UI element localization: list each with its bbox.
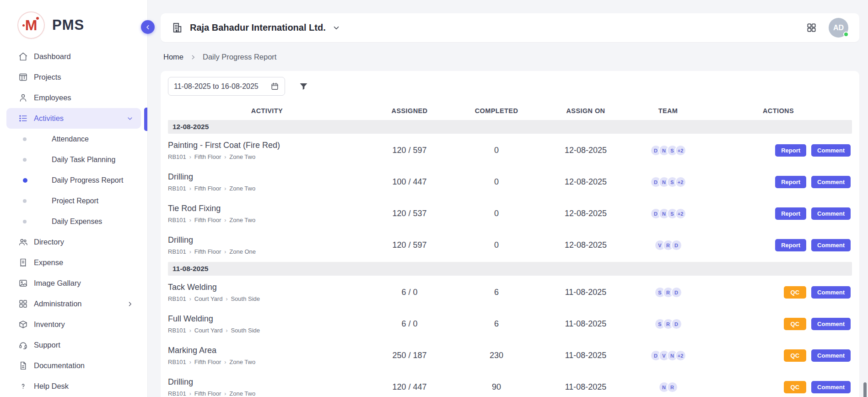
comment-button[interactable]: Comment — [811, 349, 851, 362]
activity-location-path: RB101›Fifth Floor›Zone Two — [168, 217, 361, 223]
activity-cell: Painting - First Coat (Fire Red) RB101›F… — [168, 141, 366, 160]
path-separator-icon: › — [226, 296, 227, 302]
sidebar-item-help-desk[interactable]: Help Desk — [6, 376, 141, 397]
activity-name: Painting - First Coat (Fire Red) — [168, 141, 361, 150]
path-segment: RB101 — [168, 248, 186, 255]
sidebar-item-documentation[interactable]: Documentation — [6, 355, 141, 376]
apps-grid-button[interactable] — [806, 22, 817, 33]
path-separator-icon: › — [226, 327, 227, 334]
completed-value: 0 — [453, 209, 540, 218]
breadcrumb-home[interactable]: Home — [163, 53, 183, 61]
sidebar-item-daily-expenses[interactable]: Daily Expenses — [0, 211, 147, 232]
comment-button[interactable]: Comment — [811, 381, 851, 393]
comment-button[interactable]: Comment — [811, 318, 851, 330]
sidebar-item-administration[interactable]: Administration — [6, 294, 141, 314]
assigned-value: 120 / 597 — [366, 240, 453, 250]
qc-button[interactable]: QC — [784, 286, 807, 299]
row-actions: QCComment — [705, 381, 852, 393]
sidebar-collapse-button[interactable] — [141, 20, 155, 34]
completed-value: 6 — [453, 319, 540, 329]
activity-cell: Full Welding RB101›Court Yard›South Side — [168, 314, 366, 334]
logo-letter: M — [25, 18, 38, 33]
assign-on-date: 12-08-2025 — [540, 209, 631, 218]
team-avatars: DNS+2 — [631, 145, 705, 156]
table-row: Tack Welding RB101›Court Yard›South Side… — [168, 277, 852, 308]
qc-button[interactable]: QC — [784, 349, 807, 362]
row-actions: QCComment — [705, 318, 852, 330]
home-icon — [18, 52, 28, 61]
company-selector[interactable]: Raja Bahadur International Ltd. — [172, 22, 340, 33]
qc-button[interactable]: QC — [784, 318, 807, 330]
company-name: Raja Bahadur International Ltd. — [190, 22, 326, 33]
path-segment: Fifth Floor — [194, 359, 221, 365]
chevron-right-icon — [126, 300, 134, 308]
sidebar-item-label: Inventory — [34, 320, 65, 329]
sidebar-item-expense[interactable]: Expense — [6, 252, 141, 273]
headset-icon — [18, 340, 28, 350]
sidebar-item-label: Projects — [34, 73, 61, 82]
sidebar-subitem-label: Daily Task Planning — [52, 156, 115, 164]
column-header-team: TEAM — [631, 107, 705, 114]
date-range-value: 11-08-2025 to 16-08-2025 — [174, 82, 259, 91]
comment-button[interactable]: Comment — [811, 176, 851, 188]
path-segment: RB101 — [168, 217, 186, 223]
sidebar-item-daily-task-planning[interactable]: Daily Task Planning — [0, 149, 147, 170]
sidebar-item-label: Employees — [34, 93, 71, 102]
activity-cell: Tie Rod Fixing RB101›Fifth Floor›Zone Tw… — [168, 204, 366, 223]
table-body: 12-08-2025 Painting - First Coat (Fire R… — [168, 120, 852, 397]
sidebar-nav: Dashboard Projects Employees Activities … — [0, 46, 147, 397]
assign-on-date: 12-08-2025 — [540, 240, 631, 250]
sidebar-item-projects[interactable]: Projects — [6, 67, 141, 87]
chevron-left-icon — [145, 24, 151, 31]
path-segment: South Side — [231, 327, 260, 334]
app-name: PMS — [52, 17, 84, 33]
team-more-count: +2 — [675, 145, 686, 156]
activity-location-path: RB101›Fifth Floor›Zone One — [168, 248, 361, 255]
sidebar-item-inventory[interactable]: Inventory — [6, 314, 141, 335]
sidebar-item-dashboard[interactable]: Dashboard — [6, 46, 141, 67]
team-avatars: DVN+2 — [631, 350, 705, 361]
date-range-picker[interactable]: 11-08-2025 to 16-08-2025 — [168, 77, 285, 96]
sidebar-item-directory[interactable]: Directory — [6, 232, 141, 252]
table-row: Drilling RB101›Fifth Floor›Zone Two 100 … — [168, 166, 852, 198]
path-separator-icon: › — [224, 217, 226, 223]
path-segment: Court Yard — [194, 327, 223, 334]
sidebar-item-daily-progress-report[interactable]: Daily Progress Report — [0, 170, 147, 190]
report-button[interactable]: Report — [775, 176, 806, 188]
sidebar-item-project-report[interactable]: Project Report — [0, 190, 147, 211]
path-segment: RB101 — [168, 390, 186, 397]
comment-button[interactable]: Comment — [811, 286, 851, 299]
user-avatar[interactable]: AD — [829, 18, 848, 38]
report-button[interactable]: Report — [775, 144, 806, 157]
sidebar-item-employees[interactable]: Employees — [6, 87, 141, 108]
table-row: Drilling RB101›Fifth Floor›Zone One 120 … — [168, 229, 852, 261]
bullet-icon — [23, 158, 27, 162]
path-segment: Zone Two — [229, 359, 255, 365]
scrollbar-thumb[interactable] — [863, 382, 867, 397]
sidebar-item-activities[interactable]: Activities — [6, 108, 141, 129]
comment-button[interactable]: Comment — [811, 207, 851, 220]
row-actions: ReportComment — [705, 144, 852, 157]
path-separator-icon: › — [224, 154, 226, 160]
report-button[interactable]: Report — [775, 207, 806, 220]
assigned-value: 250 / 187 — [366, 351, 453, 360]
column-header-assigned: ASSIGNED — [366, 107, 453, 114]
receipt-icon — [18, 258, 28, 267]
completed-value: 90 — [453, 382, 540, 392]
comment-button[interactable]: Comment — [811, 239, 851, 251]
path-segment: Court Yard — [194, 295, 223, 302]
question-icon — [18, 381, 28, 391]
assigned-value: 120 / 597 — [366, 146, 453, 155]
completed-value: 0 — [453, 146, 540, 155]
assigned-value: 120 / 537 — [366, 209, 453, 218]
filter-button[interactable] — [299, 82, 308, 91]
sidebar-item-image-gallery[interactable]: Image Gallary — [6, 273, 141, 294]
qc-button[interactable]: QC — [784, 381, 807, 393]
list-icon — [18, 114, 28, 123]
sidebar-item-support[interactable]: Support — [6, 335, 141, 355]
comment-button[interactable]: Comment — [811, 144, 851, 157]
bullet-icon — [23, 199, 27, 203]
topbar-right: AD — [806, 18, 848, 38]
sidebar-item-attendance[interactable]: Attendance — [0, 129, 147, 149]
report-button[interactable]: Report — [775, 239, 806, 251]
